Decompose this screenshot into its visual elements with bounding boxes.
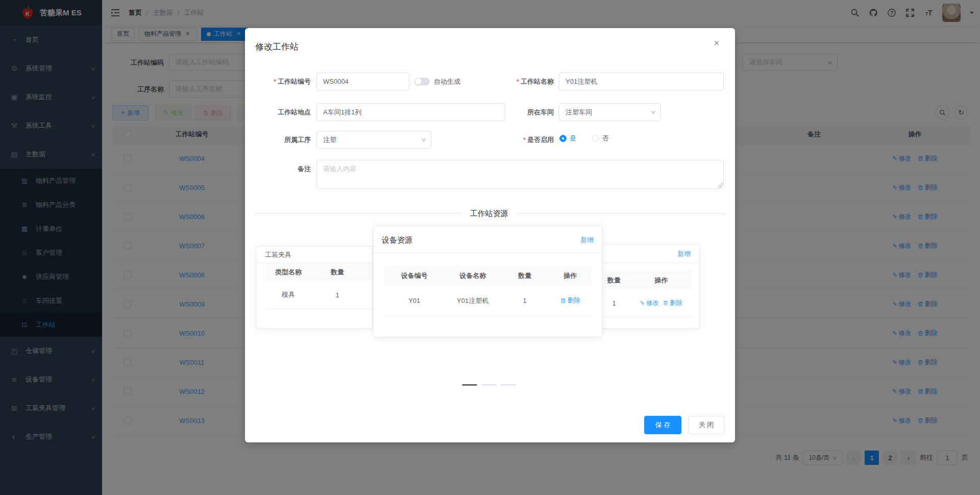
side-col-qty: 数量: [597, 276, 631, 285]
chevron-down-icon: ∨: [650, 109, 656, 115]
carousel-indicator-3[interactable]: [501, 384, 516, 386]
equipment-col-qty: 数量: [501, 271, 549, 280]
auto-generate-label: 自动生成: [434, 77, 460, 86]
resize-grip[interactable]: [718, 183, 723, 188]
remark-field-label: 备注: [245, 164, 311, 174]
location-field[interactable]: A车间1排1列: [316, 103, 505, 121]
app: K 苦糖果M ES ◔首页⚙系统管理∨▣系统监控∨⚒系统工具∨▤主数据∧▥物料产…: [0, 0, 980, 495]
fixture-resource-panel: 工装夹具 类型名称 数量 模具 1 ✎修改: [256, 246, 373, 328]
save-button[interactable]: 保 存: [644, 416, 681, 434]
side-col-actions: 操作: [631, 276, 692, 285]
dialog-close-button[interactable]: 关 闭: [688, 416, 724, 434]
carousel-indicator-1[interactable]: [462, 384, 477, 386]
workshop-field-select[interactable]: 注塑车间 ∨: [559, 103, 661, 121]
resource-divider-title: 工作站资源: [462, 209, 517, 219]
dialog-title: 修改工作站: [255, 41, 299, 53]
equipment-panel-title: 设备资源: [382, 235, 412, 244]
chevron-down-icon: ∨: [421, 136, 427, 143]
process-field-select[interactable]: 注塑 ∨: [316, 131, 431, 149]
station-name-field[interactable]: Y01注塑机: [559, 73, 724, 90]
side-edit-button[interactable]: ✎修改: [640, 299, 659, 308]
edit-workstation-dialog: 修改工作站 × *工作站编号 WS0004 自动生成 *工作站名称 Y01注塑机…: [245, 28, 735, 442]
fixture-row: 模具 1 ✎修改: [265, 281, 373, 309]
trash-icon: [663, 300, 668, 305]
equipment-add-link[interactable]: 新增: [580, 226, 594, 253]
equipment-col-actions: 操作: [549, 271, 592, 280]
edit-icon: ✎: [640, 300, 645, 307]
process-field-label: 所属工序: [245, 135, 311, 145]
side-add-link[interactable]: 新增: [677, 245, 691, 263]
trash-icon: [560, 298, 566, 303]
workshop-field-label: 所在车间: [480, 108, 554, 117]
carousel-indicator-2[interactable]: [482, 384, 497, 386]
equipment-row: Y01 Y01注塑机 1 删除: [384, 286, 592, 316]
auto-generate-toggle[interactable]: [414, 78, 430, 85]
station-code-field-label: *工作站编号: [245, 77, 311, 86]
enabled-yes-radio[interactable]: 是: [559, 134, 576, 143]
equipment-resource-panel: 设备资源 新增 设备编号 设备名称 数量 操作 Y01 Y01注塑机 1 删除: [373, 226, 602, 337]
equipment-delete-button[interactable]: 删除: [560, 296, 580, 305]
side-delete-button[interactable]: 删除: [663, 299, 682, 308]
remark-field[interactable]: [316, 160, 724, 189]
enabled-no-radio[interactable]: 否: [592, 134, 609, 143]
equipment-col-name: 设备名称: [445, 271, 500, 280]
close-icon[interactable]: ×: [714, 37, 720, 49]
station-code-field[interactable]: WS0004: [316, 73, 409, 90]
carousel-indicators: [462, 384, 516, 386]
fixture-col-type: 类型名称: [265, 268, 312, 277]
enabled-field-label: *是否启用: [480, 135, 554, 145]
location-field-label: 工作站地点: [245, 108, 311, 117]
station-name-field-label: *工作站名称: [480, 77, 554, 86]
equipment-col-code: 设备编号: [384, 271, 445, 280]
fixture-panel-title: 工装夹具: [265, 251, 291, 258]
fixture-col-qty: 数量: [312, 268, 363, 277]
